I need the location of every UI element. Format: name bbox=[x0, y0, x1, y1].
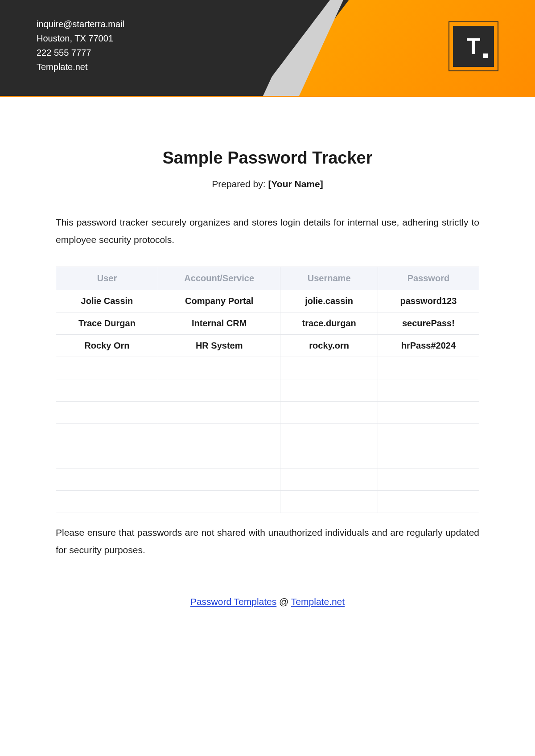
table-cell-empty bbox=[158, 401, 280, 423]
table-cell: Rocky Orn bbox=[56, 334, 158, 357]
table-cell-empty bbox=[378, 490, 479, 513]
header-password: Password bbox=[378, 267, 479, 290]
table-cell-empty bbox=[158, 446, 280, 468]
description-text: This password tracker securely organizes… bbox=[56, 214, 479, 249]
table-cell-empty bbox=[158, 423, 280, 446]
contact-website: Template.net bbox=[37, 60, 124, 74]
table-cell-empty bbox=[158, 468, 280, 490]
table-cell-empty bbox=[56, 401, 158, 423]
table-cell-empty bbox=[56, 379, 158, 401]
table-row-empty bbox=[56, 468, 479, 490]
table-cell: hrPass#2024 bbox=[378, 334, 479, 357]
table-row: Rocky OrnHR Systemrocky.ornhrPass#2024 bbox=[56, 334, 479, 357]
table-cell-empty bbox=[378, 446, 479, 468]
table-header-row: User Account/Service Username Password bbox=[56, 267, 479, 290]
logo-dot bbox=[483, 53, 488, 58]
page-title: Sample Password Tracker bbox=[56, 148, 479, 168]
table-row-empty bbox=[56, 357, 479, 379]
table-cell-empty bbox=[280, 468, 378, 490]
link-template-net[interactable]: Template.net bbox=[291, 596, 345, 607]
table-cell-empty bbox=[280, 423, 378, 446]
table-cell: rocky.orn bbox=[280, 334, 378, 357]
table-cell-empty bbox=[280, 401, 378, 423]
table-row-empty bbox=[56, 446, 479, 468]
password-table: User Account/Service Username Password J… bbox=[56, 267, 479, 513]
footer-links: Password Templates @ Template.net bbox=[56, 596, 479, 607]
prepared-by-value: [Your Name] bbox=[268, 179, 323, 189]
table-row: Jolie CassinCompany Portaljolie.cassinpa… bbox=[56, 290, 479, 312]
table-cell-empty bbox=[378, 401, 479, 423]
table-cell-empty bbox=[280, 446, 378, 468]
table-cell-empty bbox=[158, 490, 280, 513]
content-area: Sample Password Tracker Prepared by: [Yo… bbox=[0, 97, 535, 607]
link-password-templates[interactable]: Password Templates bbox=[190, 596, 276, 607]
table-cell-empty bbox=[378, 468, 479, 490]
table-cell-empty bbox=[378, 379, 479, 401]
contact-address: Houston, TX 77001 bbox=[37, 31, 124, 45]
table-cell-empty bbox=[280, 490, 378, 513]
table-cell-empty bbox=[280, 379, 378, 401]
prepared-by-label: Prepared by: bbox=[212, 179, 268, 189]
table-cell-empty bbox=[56, 423, 158, 446]
table-cell-empty bbox=[280, 357, 378, 379]
table-row: Trace DurganInternal CRMtrace.durgansecu… bbox=[56, 312, 479, 334]
header-banner: inquire@starterra.mail Houston, TX 77001… bbox=[0, 0, 535, 96]
table-cell-empty bbox=[158, 357, 280, 379]
footer-separator: @ bbox=[276, 596, 291, 607]
table-row-empty bbox=[56, 379, 479, 401]
table-cell-empty bbox=[56, 468, 158, 490]
table-cell: Trace Durgan bbox=[56, 312, 158, 334]
prepared-by: Prepared by: [Your Name] bbox=[56, 179, 479, 189]
contact-phone: 222 555 7777 bbox=[37, 45, 124, 60]
contact-info: inquire@starterra.mail Houston, TX 77001… bbox=[37, 17, 124, 74]
table-cell-empty bbox=[56, 446, 158, 468]
table-cell: Internal CRM bbox=[158, 312, 280, 334]
table-cell: Company Portal bbox=[158, 290, 280, 312]
table-cell-empty bbox=[378, 357, 479, 379]
logo-box: T bbox=[449, 21, 498, 71]
table-cell-empty bbox=[158, 379, 280, 401]
table-cell: jolie.cassin bbox=[280, 290, 378, 312]
table-cell: trace.durgan bbox=[280, 312, 378, 334]
contact-email: inquire@starterra.mail bbox=[37, 17, 124, 31]
table-row-empty bbox=[56, 490, 479, 513]
table-cell-empty bbox=[56, 490, 158, 513]
table-cell: HR System bbox=[158, 334, 280, 357]
table-cell: securePass! bbox=[378, 312, 479, 334]
table-cell-empty bbox=[56, 357, 158, 379]
table-cell-empty bbox=[378, 423, 479, 446]
logo-icon: T bbox=[453, 26, 494, 67]
footer-note: Please ensure that passwords are not sha… bbox=[56, 524, 479, 559]
table-row-empty bbox=[56, 401, 479, 423]
header-user: User bbox=[56, 267, 158, 290]
header-username: Username bbox=[280, 267, 378, 290]
header-account: Account/Service bbox=[158, 267, 280, 290]
table-row-empty bbox=[56, 423, 479, 446]
table-cell: password123 bbox=[378, 290, 479, 312]
table-cell: Jolie Cassin bbox=[56, 290, 158, 312]
